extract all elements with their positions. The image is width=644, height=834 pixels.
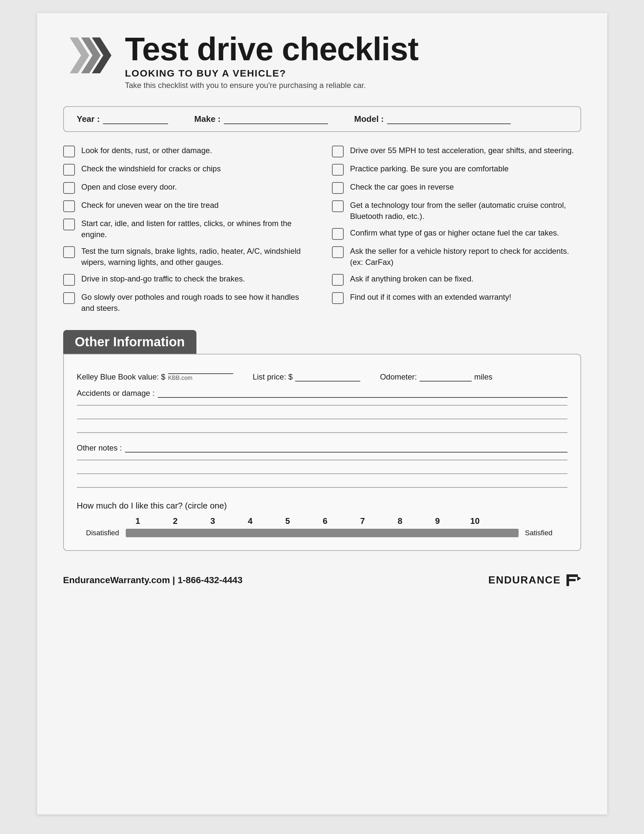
model-label: Model :	[354, 114, 384, 124]
rating-num-6[interactable]: 6	[307, 516, 344, 526]
footer: EnduranceWarranty.com | 1-866-432-4443 E…	[63, 567, 581, 587]
footer-brand: ENDURANCE	[488, 574, 581, 587]
endurance-logo-icon	[565, 574, 581, 587]
rating-num-10[interactable]: 10	[456, 516, 494, 526]
year-input[interactable]	[103, 114, 168, 124]
rating-bar	[126, 529, 518, 537]
subtitle-desc: Take this checklist with you to ensure y…	[125, 81, 419, 90]
checkbox-right-3[interactable]	[332, 200, 344, 212]
model-input[interactable]	[387, 114, 511, 124]
accidents-input[interactable]	[158, 388, 567, 398]
checklist-text-right-6: Ask if anything broken can be fixed.	[350, 273, 474, 284]
checklist-item-right-2: Check the car goes in reverse	[332, 181, 581, 194]
rating-question: How much do I like this car? (circle one…	[77, 501, 567, 511]
checklist-item-right-6: Ask if anything broken can be fixed.	[332, 273, 581, 286]
kbb-com: KBB.com	[168, 375, 233, 381]
list-price-field: List price: $	[253, 372, 361, 381]
header-text: Test drive checklist LOOKING TO BUY A VE…	[125, 32, 419, 90]
checklist-text-right-4: Confirm what type of gas or higher octan…	[350, 227, 559, 238]
checkbox-right-7[interactable]	[332, 292, 344, 304]
page: Test drive checklist LOOKING TO BUY A VE…	[37, 13, 607, 815]
checklist-text-right-3: Get a technology tour from the seller (a…	[350, 200, 581, 221]
checkbox-right-5[interactable]	[332, 246, 344, 258]
checklist-text-right-7: Find out if it comes with an extended wa…	[350, 292, 512, 303]
rating-label-disatisfied: Disatisfied	[77, 529, 119, 537]
rating-num-7[interactable]: 7	[344, 516, 381, 526]
checkbox-left-5[interactable]	[63, 246, 75, 258]
year-field: Year :	[77, 114, 168, 124]
checklist-item-left-0: Look for dents, rust, or other damage.	[63, 145, 312, 157]
checklist-item-left-7: Go slowly over potholes and rough roads …	[63, 292, 312, 314]
checkbox-left-1[interactable]	[63, 164, 75, 176]
checkbox-left-4[interactable]	[63, 218, 75, 230]
model-field: Model :	[354, 114, 511, 124]
make-input[interactable]	[224, 114, 328, 124]
rating-num-8[interactable]: 8	[381, 516, 419, 526]
rating-num-9[interactable]: 9	[419, 516, 456, 526]
checkbox-left-6[interactable]	[63, 274, 75, 286]
notes-input[interactable]	[125, 443, 567, 453]
rating-label-satisfied: Satisfied	[525, 529, 567, 537]
header: Test drive checklist LOOKING TO BUY A VE…	[63, 32, 581, 90]
odometer-label: Odometer:	[380, 372, 416, 381]
year-label: Year :	[77, 114, 100, 124]
rating-bar-row: Disatisfied Satisfied	[77, 529, 567, 537]
odometer-input[interactable]	[420, 372, 472, 381]
checklist-section: Look for dents, rust, or other damage.Ch…	[63, 145, 581, 314]
checklist-left-col: Look for dents, rust, or other damage.Ch…	[63, 145, 312, 314]
checklist-text-left-6: Drive in stop-and-go traffic to check th…	[81, 273, 245, 284]
chevrons-icon	[63, 34, 115, 76]
checklist-text-left-0: Look for dents, rust, or other damage.	[81, 145, 212, 156]
other-info-box: Kelley Blue Book value: $ KBB.com List p…	[63, 354, 581, 551]
checklist-item-right-1: Practice parking. Be sure you are comfor…	[332, 163, 581, 176]
checklist-item-right-3: Get a technology tour from the seller (a…	[332, 200, 581, 221]
text-line-4	[77, 457, 567, 460]
accidents-extra-lines	[77, 402, 567, 433]
checkbox-left-3[interactable]	[63, 200, 75, 212]
list-price-label: List price: $	[253, 372, 293, 381]
svg-marker-6	[577, 576, 581, 581]
checklist-text-left-3: Check for uneven wear on the tire tread	[81, 200, 219, 211]
rating-num-4[interactable]: 4	[232, 516, 269, 526]
svg-rect-4	[567, 574, 578, 577]
checklist-text-left-5: Test the turn signals, brake lights, rad…	[81, 246, 312, 267]
footer-contact: EnduranceWarranty.com | 1-866-432-4443	[63, 575, 243, 585]
accidents-row: Accidents or damage :	[77, 388, 567, 398]
notes-label: Other notes :	[77, 443, 122, 453]
rating-numbers: 12345678910	[77, 516, 567, 526]
checklist-text-right-5: Ask the seller for a vehicle history rep…	[350, 246, 581, 267]
checkbox-right-2[interactable]	[332, 182, 344, 194]
checkbox-left-2[interactable]	[63, 182, 75, 194]
checklist-item-right-7: Find out if it comes with an extended wa…	[332, 292, 581, 304]
rating-num-1[interactable]: 1	[119, 516, 157, 526]
rating-num-5[interactable]: 5	[269, 516, 307, 526]
kbb-label: Kelley Blue Book value: $	[77, 372, 165, 381]
odometer-field: Odometer: miles	[380, 372, 492, 381]
checklist-item-left-1: Check the windshield for cracks or chips	[63, 163, 312, 176]
rating-num-2[interactable]: 2	[157, 516, 194, 526]
checkbox-right-1[interactable]	[332, 164, 344, 176]
kbb-field: Kelley Blue Book value: $ KBB.com	[77, 364, 233, 381]
checkbox-left-0[interactable]	[63, 145, 75, 157]
other-information-section: Other Information Kelley Blue Book value…	[63, 330, 581, 551]
rating-num-3[interactable]: 3	[194, 516, 232, 526]
checklist-item-left-4: Start car, idle, and listen for rattles,…	[63, 218, 312, 240]
checkbox-left-7[interactable]	[63, 292, 75, 304]
svg-rect-5	[567, 579, 576, 581]
text-line-6	[77, 485, 567, 488]
checklist-item-right-5: Ask the seller for a vehicle history rep…	[332, 246, 581, 267]
accidents-label: Accidents or damage :	[77, 389, 155, 398]
checklist-item-right-0: Drive over 55 MPH to test acceleration, …	[332, 145, 581, 157]
odometer-suffix: miles	[474, 372, 492, 381]
checklist-text-left-2: Open and close every door.	[81, 181, 177, 192]
kbb-input[interactable]	[168, 364, 233, 374]
make-field: Make :	[194, 114, 328, 124]
checkbox-right-0[interactable]	[332, 145, 344, 157]
notes-extra-lines	[77, 457, 567, 488]
checklist-item-left-6: Drive in stop-and-go traffic to check th…	[63, 273, 312, 286]
checkbox-right-6[interactable]	[332, 274, 344, 286]
checklist-text-left-1: Check the windshield for cracks or chips	[81, 163, 221, 174]
checklist-text-right-0: Drive over 55 MPH to test acceleration, …	[350, 145, 574, 156]
list-price-input[interactable]	[295, 372, 360, 381]
checkbox-right-4[interactable]	[332, 228, 344, 240]
